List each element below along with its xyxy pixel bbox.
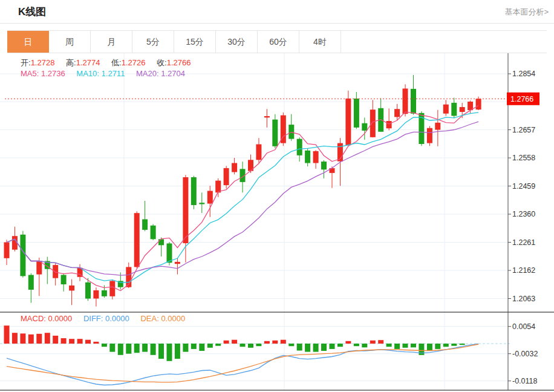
- svg-text:1.2162: 1.2162: [512, 266, 535, 275]
- ma10-value: 1.2711: [102, 69, 125, 78]
- dea-line: [7, 344, 478, 382]
- diff-label: DIFF:: [83, 314, 103, 323]
- svg-text:1.2063: 1.2063: [512, 295, 535, 303]
- tab-15min[interactable]: 15分: [174, 31, 216, 53]
- svg-text:1.2558: 1.2558: [512, 154, 535, 162]
- svg-text:1.2459: 1.2459: [512, 182, 535, 191]
- ma10-line: [7, 113, 478, 283]
- diff-value: 0.0000: [105, 314, 129, 323]
- open-value: 1.2728: [31, 58, 55, 67]
- dea-label: DEA:: [140, 314, 158, 323]
- svg-text:1.2360: 1.2360: [512, 210, 535, 218]
- tab-60min[interactable]: 60分: [258, 31, 299, 53]
- dea-value: 0.0000: [161, 314, 185, 323]
- ma-lines: [7, 122, 478, 275]
- fundamental-analysis-link[interactable]: 基本面分析>: [504, 7, 549, 18]
- ma10-label: MA10:: [76, 69, 99, 78]
- tab-day[interactable]: 日: [7, 31, 49, 53]
- grid-lines: [0, 51, 508, 390]
- ma20-line: [7, 122, 478, 275]
- ohlc-row: 开:1.2728 高:1.2774 低:1.2726 收:1.2766: [21, 57, 200, 68]
- tab-5min[interactable]: 5分: [132, 31, 174, 53]
- ma20-label: MA20:: [136, 69, 159, 78]
- svg-text:1.2766: 1.2766: [510, 95, 533, 103]
- timeframe-tabbar: 日 周 月 5分 15分 30分 60分 4时: [7, 30, 547, 53]
- low-label: 低:: [111, 58, 122, 67]
- tab-30min[interactable]: 30分: [216, 31, 258, 53]
- svg-text:-0.0118: -0.0118: [512, 377, 538, 385]
- ma-row: MA5: 1.2736 MA10: 1.2711 MA20: 1.2704: [21, 69, 194, 78]
- macd-axis-labels: 0.0054-0.0032-0.0118: [508, 322, 538, 385]
- svg-text:1.2261: 1.2261: [512, 238, 535, 247]
- tab-4hour[interactable]: 4时: [299, 31, 341, 53]
- tab-week[interactable]: 周: [49, 31, 91, 53]
- tab-month[interactable]: 月: [91, 31, 132, 53]
- macd-lines: [7, 344, 478, 385]
- ma5-value: 1.2736: [41, 69, 65, 78]
- macd-label: MACD:: [21, 314, 46, 323]
- ma20-value: 1.2704: [161, 69, 185, 78]
- ma-lines: [7, 113, 478, 283]
- close-label: 收:: [157, 58, 167, 67]
- macd-row: MACD: 0.0000 DIFF: 0.0000 DEA: 0.0000: [21, 314, 194, 323]
- macd-value: 0.0000: [48, 314, 73, 323]
- candles-layer: [4, 75, 481, 307]
- open-label: 开:: [21, 58, 31, 67]
- ma5-label: MA5:: [21, 69, 39, 78]
- svg-text:1.2657: 1.2657: [512, 126, 535, 134]
- svg-text:-0.0032: -0.0032: [512, 350, 538, 358]
- high-value: 1.2774: [76, 58, 100, 67]
- svg-text:0.0054: 0.0054: [512, 322, 535, 331]
- current-price-tag: 1.2766: [507, 93, 539, 105]
- low-value: 1.2726: [122, 58, 146, 67]
- close-value: 1.2766: [167, 58, 191, 67]
- svg-text:1.2854: 1.2854: [512, 70, 535, 78]
- page-header: K线图 基本面分析>: [0, 0, 554, 24]
- page-title: K线图: [18, 5, 46, 19]
- high-label: 高:: [66, 58, 76, 67]
